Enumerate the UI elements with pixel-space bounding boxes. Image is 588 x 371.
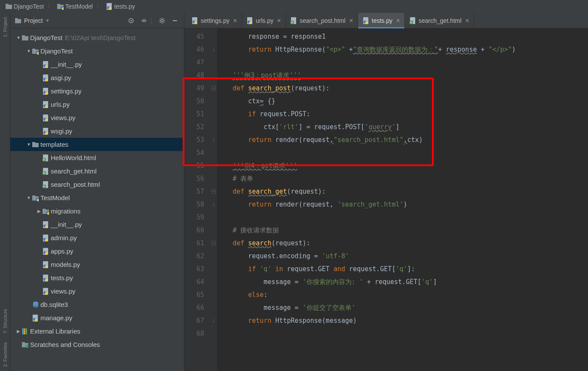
rail-project[interactable]: 1: Project bbox=[2, 13, 9, 41]
minimize-icon[interactable] bbox=[170, 16, 180, 25]
fold-marker[interactable] bbox=[210, 327, 217, 340]
fold-marker[interactable] bbox=[210, 237, 217, 250]
code-line[interactable] bbox=[217, 56, 588, 69]
fold-marker[interactable] bbox=[210, 224, 217, 237]
close-icon[interactable]: ✕ bbox=[277, 18, 281, 24]
fold-marker[interactable] bbox=[210, 314, 217, 327]
tree-arrow-icon[interactable]: ▼ bbox=[15, 35, 21, 40]
code-line[interactable]: return HttpResponse(message) bbox=[217, 314, 588, 327]
code-line[interactable]: request.encoding = 'utf-8' bbox=[217, 250, 588, 263]
code-line[interactable]: # 接收请求数据 bbox=[217, 224, 588, 237]
editor-tab[interactable]: Hsearch_get.html✕ bbox=[405, 13, 474, 28]
fold-marker[interactable] bbox=[210, 95, 217, 108]
tree-arrow-icon[interactable]: ▼ bbox=[26, 49, 32, 53]
code-line[interactable]: if 'q' in request.GET and request.GET['q… bbox=[217, 263, 588, 275]
tree-item[interactable]: ▼templates bbox=[10, 138, 184, 151]
code-line[interactable]: response = response1 bbox=[217, 30, 588, 43]
fold-marker[interactable] bbox=[210, 185, 217, 198]
code-line[interactable]: def search_post(request): bbox=[217, 82, 588, 95]
tree-item[interactable]: tests.py bbox=[10, 271, 184, 284]
fold-marker[interactable] bbox=[210, 198, 217, 211]
code-line[interactable]: ctx['rlt'] = request.POST['querry'] bbox=[217, 121, 588, 133]
fold-marker[interactable] bbox=[210, 301, 217, 314]
code-line[interactable] bbox=[217, 327, 588, 340]
close-icon[interactable]: ✕ bbox=[396, 18, 400, 24]
tree-item[interactable]: Hsearch_get.html bbox=[10, 164, 184, 178]
tree-item[interactable]: __init__.py bbox=[10, 218, 184, 231]
tree-item[interactable]: ▼TestModel bbox=[10, 191, 184, 204]
editor-tab[interactable]: urls.py✕ bbox=[242, 13, 286, 28]
tree-item[interactable]: settings.py bbox=[10, 84, 184, 98]
fold-marker[interactable] bbox=[210, 146, 217, 159]
tree-arrow-icon[interactable]: ▶ bbox=[15, 329, 21, 334]
fold-marker[interactable] bbox=[210, 288, 217, 301]
tree-item[interactable]: Hsearch_post.html bbox=[10, 178, 184, 191]
breadcrumb-item[interactable]: tests.py bbox=[104, 2, 137, 11]
code-line[interactable]: return render(request,"search_post.html"… bbox=[217, 133, 588, 146]
tree-item[interactable]: ▼DjangoTest bbox=[10, 44, 184, 58]
code-line[interactable]: '''例3：post请求''' bbox=[217, 69, 588, 82]
fold-marker[interactable] bbox=[210, 121, 217, 133]
project-tree[interactable]: ▼DjangoTestE:\02Api test\DjangoTest▼Djan… bbox=[10, 28, 184, 371]
expand-button[interactable] bbox=[139, 16, 149, 25]
tree-item[interactable]: HHelloWorld.html bbox=[10, 151, 184, 164]
tree-item[interactable]: wsgi.py bbox=[10, 124, 184, 138]
code-line[interactable]: else: bbox=[217, 288, 588, 301]
tree-item[interactable]: manage.py bbox=[10, 311, 184, 325]
fold-marker[interactable] bbox=[210, 275, 217, 288]
editor-tab[interactable]: Hsearch_post.html✕ bbox=[286, 13, 358, 28]
code-line[interactable]: if request.POST: bbox=[217, 108, 588, 121]
fold-marker[interactable] bbox=[210, 43, 217, 56]
fold-strip[interactable] bbox=[210, 28, 217, 371]
locate-button[interactable] bbox=[126, 16, 136, 25]
code-line[interactable] bbox=[217, 211, 588, 224]
code-content[interactable]: response = response1 return HttpResponse… bbox=[217, 28, 588, 371]
tree-item[interactable]: views.py bbox=[10, 284, 184, 298]
tree-item[interactable]: asgi.py bbox=[10, 71, 184, 84]
tree-item[interactable]: apps.py bbox=[10, 244, 184, 258]
fold-marker[interactable] bbox=[210, 211, 217, 224]
rail-favorites[interactable]: 2: Favorites bbox=[2, 338, 9, 371]
code-line[interactable]: return HttpResponse("<p>" +"查询数据库返回的数据为：… bbox=[217, 43, 588, 56]
code-line[interactable]: '''例4：get请求''' bbox=[217, 159, 588, 172]
close-icon[interactable]: ✕ bbox=[349, 18, 353, 24]
fold-marker[interactable] bbox=[210, 133, 217, 146]
fold-marker[interactable] bbox=[210, 172, 217, 185]
gear-icon[interactable] bbox=[157, 16, 167, 25]
code-line[interactable]: ctx= {} bbox=[217, 95, 588, 108]
tree-item[interactable]: ▶External Libraries bbox=[10, 325, 184, 338]
close-icon[interactable]: ✕ bbox=[465, 18, 469, 24]
tree-item[interactable]: Scratches and Consoles bbox=[10, 338, 184, 351]
fold-marker[interactable] bbox=[210, 69, 217, 82]
editor-tab[interactable]: tests.py✕ bbox=[358, 13, 405, 28]
fold-marker[interactable] bbox=[210, 159, 217, 172]
tree-item[interactable]: admin.py bbox=[10, 231, 184, 244]
fold-marker[interactable] bbox=[210, 56, 217, 69]
tree-arrow-icon[interactable]: ▶ bbox=[36, 209, 42, 213]
tree-item[interactable]: views.py bbox=[10, 111, 184, 124]
tree-item[interactable]: ▶migrations bbox=[10, 204, 184, 218]
code-line[interactable]: message = '你搜索的内容为: ' + request.GET['q'] bbox=[217, 275, 588, 288]
code-line[interactable]: # 表单 bbox=[217, 172, 588, 185]
code-editor[interactable]: 4546474849505152535455565758596061626364… bbox=[184, 28, 588, 371]
tree-arrow-icon[interactable]: ▼ bbox=[26, 195, 32, 200]
code-line[interactable]: def search(request): bbox=[217, 237, 588, 250]
tree-item[interactable]: ▼DjangoTestE:\02Api test\DjangoTest bbox=[10, 31, 184, 44]
breadcrumb-item[interactable]: TestModel bbox=[55, 2, 95, 11]
sidebar-dropdown-icon[interactable]: ▼ bbox=[46, 18, 50, 23]
code-line[interactable] bbox=[217, 146, 588, 159]
tree-arrow-icon[interactable]: ▼ bbox=[26, 142, 32, 147]
code-line[interactable]: message = '你提交了空表单' bbox=[217, 301, 588, 314]
fold-marker[interactable] bbox=[210, 30, 217, 43]
tree-item[interactable]: urls.py bbox=[10, 98, 184, 111]
fold-marker[interactable] bbox=[210, 82, 217, 95]
close-icon[interactable]: ✕ bbox=[233, 18, 237, 24]
rail-structure[interactable]: 7: Structure bbox=[2, 305, 9, 338]
breadcrumb-item[interactable]: DjangoTest bbox=[3, 2, 46, 11]
tree-item[interactable]: models.py bbox=[10, 258, 184, 271]
fold-marker[interactable] bbox=[210, 108, 217, 121]
code-line[interactable]: def search_get(request): bbox=[217, 185, 588, 198]
editor-tab[interactable]: settings.py✕ bbox=[187, 13, 242, 28]
fold-marker[interactable] bbox=[210, 250, 217, 263]
code-line[interactable]: return render(request, 'search_get.html'… bbox=[217, 198, 588, 211]
